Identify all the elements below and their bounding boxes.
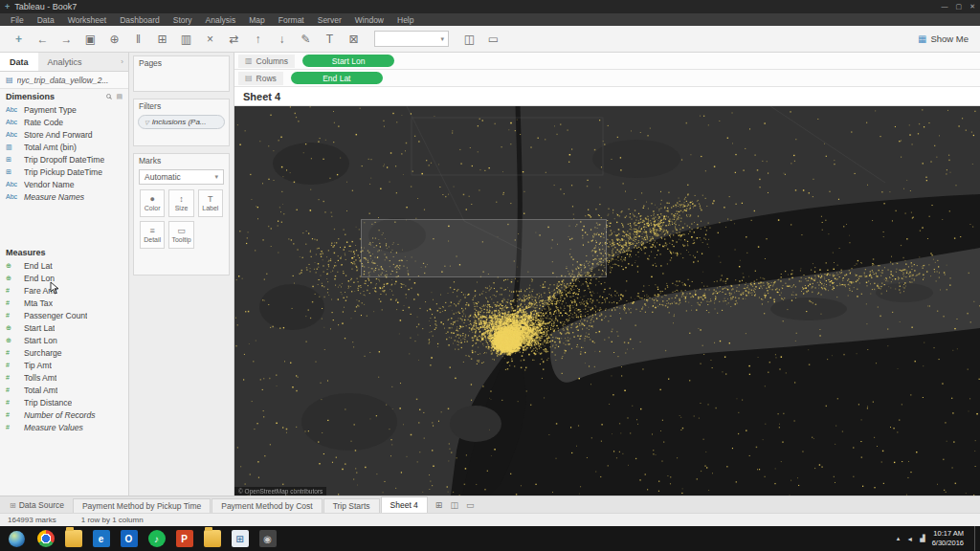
measures-header[interactable]: Measures — [0, 245, 128, 259]
highlight-button[interactable]: ✎ — [295, 29, 317, 49]
duplicate-sheet-button[interactable]: ▥ — [175, 29, 197, 49]
measure-item[interactable]: #Number of Records — [0, 408, 128, 421]
menu-map[interactable]: Map — [242, 15, 272, 25]
measure-item[interactable]: #Total Amt — [0, 384, 128, 396]
add-data-button[interactable]: ⊕ — [103, 29, 125, 49]
menu-format[interactable]: Format — [272, 15, 311, 25]
datasource-item[interactable]: ▤ nyc_trip_data_yellow_2... — [0, 72, 128, 89]
filters-card[interactable]: Filters ▽ Inclusions (Pa... — [133, 99, 230, 146]
save-button[interactable]: ▣ — [79, 29, 101, 49]
dimension-item[interactable]: ⊞Trip Pickup DateTime — [0, 165, 128, 178]
powerpoint-taskbar-icon[interactable]: P — [171, 527, 197, 550]
columns-pill[interactable]: Start Lon — [302, 55, 394, 67]
columns-shelf[interactable]: ▥ Columns Start Lon — [234, 53, 980, 70]
presentation-mode-button[interactable]: ▭ — [482, 29, 504, 49]
measure-item[interactable]: ⊕End Lat — [0, 259, 128, 272]
map-view[interactable]: © OpenStreetMap contributors — [234, 106, 980, 496]
tab-analytics[interactable]: Analytics — [38, 53, 92, 71]
camera-taskbar-icon[interactable]: ◉ — [255, 527, 280, 550]
show-me-button[interactable]: ▦ Show Me — [918, 33, 972, 44]
menu-help[interactable]: Help — [390, 15, 420, 25]
rows-shelf[interactable]: ▤ Rows End Lat — [234, 70, 980, 87]
menu-dashboard[interactable]: Dashboard — [113, 15, 167, 25]
dimensions-header[interactable]: Dimensions ▤ — [0, 89, 128, 103]
menu-server[interactable]: Server — [311, 15, 348, 25]
sheet-tab-payment-method-by-cost[interactable]: Payment Method by Cost — [212, 498, 322, 513]
hidden-icons-icon[interactable]: ▴ — [897, 535, 901, 542]
dimension-item[interactable]: ⊞Trip Dropoff DateTime — [0, 153, 128, 165]
volume-icon[interactable]: ◄ — [906, 536, 913, 542]
color-button[interactable]: ●Color — [140, 189, 165, 217]
measure-item[interactable]: #Passenger Count — [0, 309, 128, 321]
tableau-taskbar-icon[interactable]: ⊞ — [227, 527, 253, 550]
outlook-taskbar-icon[interactable]: O — [116, 527, 142, 550]
tab-data-source[interactable]: ⊞ Data Source — [2, 497, 72, 513]
dimension-item[interactable]: AbcVendor Name — [0, 178, 128, 190]
pause-updates-button[interactable]: ‖ — [127, 29, 149, 49]
tableau-logo-button[interactable]: + — [8, 29, 30, 49]
sort-ascending-button[interactable]: ↑ — [247, 29, 269, 49]
pages-card[interactable]: Pages — [133, 55, 230, 92]
show-cards-button[interactable]: ◫ — [458, 29, 480, 49]
start-button[interactable] — [2, 527, 31, 550]
measure-item[interactable]: ⊕End Lon — [0, 272, 128, 284]
clear-sheet-button[interactable]: × — [199, 29, 221, 49]
dimension-item[interactable]: AbcMeasure Names — [0, 190, 128, 203]
dimension-item[interactable]: AbcStore And Forward — [0, 128, 128, 141]
undo-button[interactable]: ← — [32, 29, 54, 49]
fit-dropdown[interactable]: ▾ — [374, 31, 449, 47]
sort-descending-button[interactable]: ↓ — [271, 29, 293, 49]
rows-pill[interactable]: End Lat — [291, 72, 383, 84]
menu-analysis[interactable]: Analysis — [199, 15, 243, 25]
view-menu-icon[interactable]: ▤ — [116, 93, 122, 100]
new-story-button[interactable]: ▭ — [463, 500, 478, 510]
sheet-tab-sheet-4[interactable]: Sheet 4 — [381, 496, 428, 513]
tab-data[interactable]: Data — [0, 53, 38, 71]
measure-item[interactable]: ⊕Start Lon — [0, 334, 128, 346]
measure-item[interactable]: #Surcharge — [0, 346, 128, 359]
show-desktop-button[interactable] — [974, 526, 978, 551]
file-explorer-taskbar-icon[interactable] — [60, 527, 86, 550]
internet-explorer-taskbar-icon[interactable]: e — [88, 527, 114, 550]
label-button[interactable]: TLabel — [198, 189, 223, 217]
dimension-item[interactable]: AbcPayment Type — [0, 103, 128, 116]
measure-item[interactable]: #Trip Distance — [0, 396, 128, 408]
redo-button[interactable]: → — [56, 29, 78, 49]
taskbar-clock[interactable]: 10:17 AM 6/30/2016 — [932, 529, 968, 548]
new-worksheet-button[interactable]: ⊞ — [433, 500, 446, 510]
folder-taskbar-icon[interactable] — [199, 527, 225, 550]
menu-story[interactable]: Story — [167, 15, 199, 25]
network-icon[interactable]: ▟ — [920, 535, 924, 542]
search-icon[interactable] — [106, 94, 111, 99]
minimize-button[interactable]: — — [942, 3, 948, 11]
show-mark-labels-button[interactable]: T — [319, 29, 341, 49]
pane-collapse-icon[interactable]: › — [116, 53, 128, 71]
dimension-item[interactable]: AbcRate Code — [0, 116, 128, 128]
measure-item[interactable]: #Tip Amt — [0, 359, 128, 371]
spotify-taskbar-icon[interactable]: ♪ — [144, 527, 169, 550]
filter-pill[interactable]: ▽ Inclusions (Pa... — [138, 115, 225, 129]
sheet-tab-trip-starts[interactable]: Trip Starts — [323, 498, 380, 513]
fix-axes-button[interactable]: ⊠ — [343, 29, 365, 49]
dimension-item[interactable]: ▥Total Amt (bin) — [0, 141, 128, 153]
measure-item[interactable]: #Measure Values — [0, 421, 128, 433]
menu-data[interactable]: Data — [31, 15, 61, 25]
new-worksheet-button[interactable]: ⊞ — [151, 29, 173, 49]
measure-item[interactable]: ⊕Start Lat — [0, 321, 128, 334]
menu-worksheet[interactable]: Worksheet — [61, 15, 113, 25]
swap-axes-button[interactable]: ⇄ — [223, 29, 245, 49]
size-button[interactable]: ↕Size — [168, 189, 193, 217]
tooltip-button[interactable]: ▭Tooltip — [168, 221, 193, 249]
mark-type-dropdown[interactable]: Automatic ▾ — [139, 169, 224, 185]
maximize-button[interactable]: ▢ — [956, 3, 963, 11]
measure-item[interactable]: #Tolls Amt — [0, 371, 128, 384]
new-dashboard-button[interactable]: ◫ — [447, 500, 461, 510]
detail-button[interactable]: ≡Detail — [140, 221, 165, 249]
sheet-tab-payment-method-by-pickup-time[interactable]: Payment Method by Pickup Time — [73, 498, 211, 513]
measure-item[interactable]: #Mta Tax — [0, 297, 128, 309]
measure-item[interactable]: #Fare Amt — [0, 284, 128, 297]
menu-file[interactable]: File — [4, 15, 31, 25]
menu-window[interactable]: Window — [348, 15, 390, 25]
chrome-taskbar-icon[interactable] — [33, 527, 58, 550]
close-button[interactable]: ✕ — [969, 3, 975, 11]
